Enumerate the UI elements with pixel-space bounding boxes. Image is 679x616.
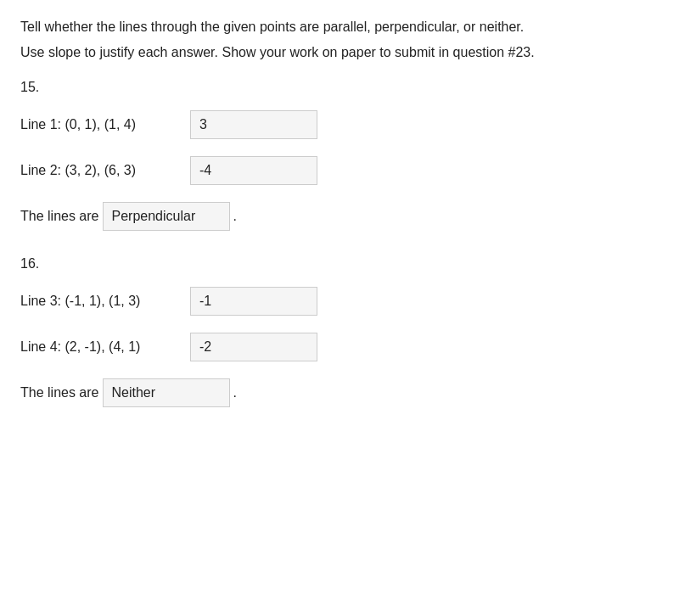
- instruction-line1: Tell whether the lines through the given…: [20, 17, 659, 37]
- instructions: Tell whether the lines through the given…: [20, 17, 659, 63]
- problem-15-line1-row: Line 1: (0, 1), (1, 4) 3: [20, 110, 659, 139]
- problem-16-answer-prefix: The lines are: [20, 385, 99, 400]
- problem-16-line2-label: Line 4: (2, -1), (4, 1): [20, 339, 190, 355]
- problem-16-number: 16.: [20, 256, 659, 272]
- problem-16-period: .: [233, 385, 237, 400]
- problem-15-line2-label: Line 2: (3, 2), (6, 3): [20, 163, 190, 178]
- problem-15-line1-label: Line 1: (0, 1), (1, 4): [20, 117, 190, 132]
- problem-16: 16. Line 3: (-1, 1), (1, 3) -1 Line 4: (…: [20, 256, 659, 407]
- problem-15: 15. Line 1: (0, 1), (1, 4) 3 Line 2: (3,…: [20, 80, 659, 231]
- problem-15-number: 15.: [20, 80, 659, 95]
- problem-16-line2-row: Line 4: (2, -1), (4, 1) -2: [20, 333, 659, 361]
- problem-16-line1-label: Line 3: (-1, 1), (1, 3): [20, 294, 190, 309]
- problem-15-line1-slope[interactable]: 3: [190, 110, 317, 139]
- problem-16-line1-row: Line 3: (-1, 1), (1, 3) -1: [20, 287, 659, 316]
- instruction-line2: Use slope to justify each answer. Show y…: [20, 42, 659, 63]
- problem-15-answer-box[interactable]: Perpendicular: [103, 202, 230, 231]
- problem-15-period: .: [233, 209, 237, 224]
- problem-15-answer-row: The lines are Perpendicular .: [20, 202, 659, 231]
- problem-15-answer-prefix: The lines are: [20, 209, 99, 224]
- problem-16-line2-slope[interactable]: -2: [190, 333, 317, 361]
- problem-15-line2-slope[interactable]: -4: [190, 156, 317, 185]
- problem-16-line1-slope[interactable]: -1: [190, 287, 317, 316]
- problem-16-answer-box[interactable]: Neither: [103, 378, 230, 407]
- problem-15-line2-row: Line 2: (3, 2), (6, 3) -4: [20, 156, 659, 185]
- problem-16-answer-row: The lines are Neither .: [20, 378, 659, 407]
